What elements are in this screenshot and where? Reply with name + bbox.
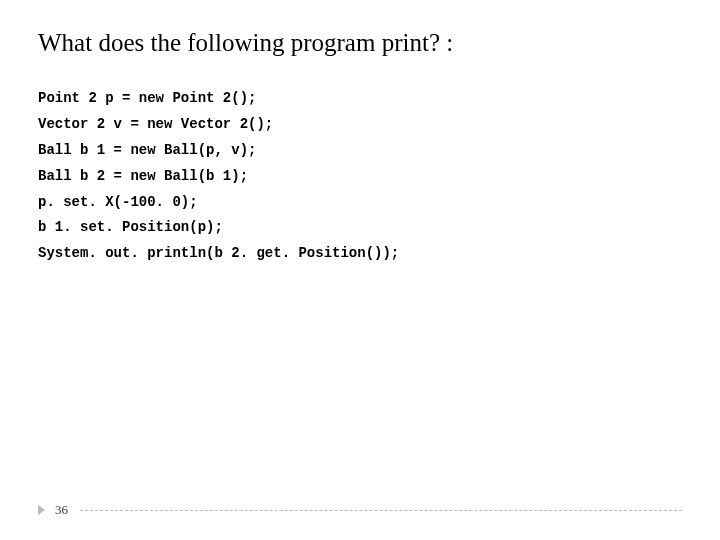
footer-divider: [80, 510, 682, 511]
code-block: Point 2 p = new Point 2(); Vector 2 v = …: [38, 86, 682, 267]
code-line: Ball b 2 = new Ball(b 1);: [38, 164, 682, 190]
code-line: Vector 2 v = new Vector 2();: [38, 112, 682, 138]
triangle-bullet-icon: [38, 505, 45, 515]
code-line: System. out. println(b 2. get. Position(…: [38, 241, 682, 267]
code-line: p. set. X(-100. 0);: [38, 190, 682, 216]
page-number: 36: [55, 502, 68, 518]
slide: What does the following program print? :…: [0, 0, 720, 540]
code-line: Point 2 p = new Point 2();: [38, 86, 682, 112]
slide-footer: 36: [38, 502, 682, 518]
code-line: b 1. set. Position(p);: [38, 215, 682, 241]
code-line: Ball b 1 = new Ball(p, v);: [38, 138, 682, 164]
slide-title: What does the following program print? :: [38, 28, 682, 58]
